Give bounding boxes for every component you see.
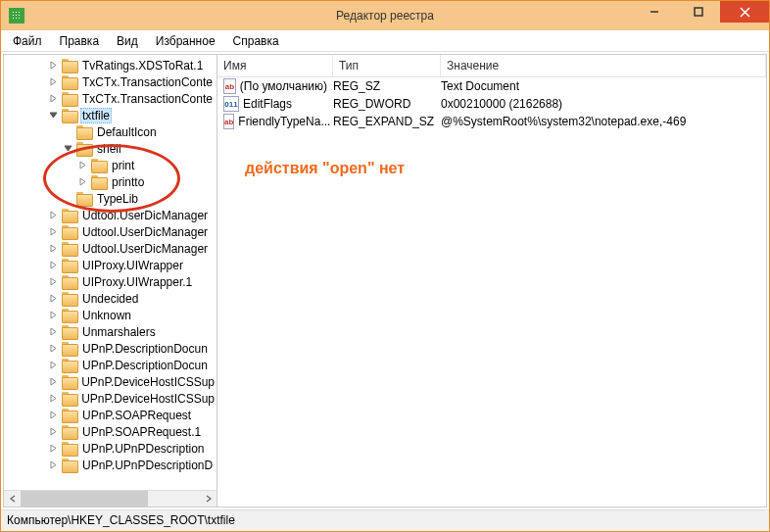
expand-icon[interactable]	[48, 376, 59, 387]
value-name: EditFlags	[243, 97, 292, 111]
tree-item[interactable]: printto	[4, 173, 217, 190]
tree-item[interactable]: UPnP.SOAPRequest	[4, 407, 217, 423]
tree-item[interactable]: UIProxy.UIWrapper	[4, 257, 217, 273]
maximize-button[interactable]	[676, 1, 720, 23]
col-header-value[interactable]: Значение	[441, 55, 766, 76]
expand-icon[interactable]	[77, 160, 88, 170]
expand-icon[interactable]	[48, 76, 59, 87]
values-list[interactable]: ab(По умолчанию)REG_SZText Document011Ed…	[217, 77, 766, 507]
tree-item[interactable]: txtfile	[4, 107, 217, 123]
expand-icon[interactable]	[48, 426, 59, 437]
folder-icon	[62, 425, 76, 438]
tree-item[interactable]: DefaultIcon	[4, 123, 217, 140]
collapse-icon[interactable]	[48, 110, 59, 121]
tree-item[interactable]: UIProxy.UIWrapper.1	[4, 273, 217, 290]
expand-icon[interactable]	[48, 360, 59, 370]
tree-item[interactable]: shell	[4, 140, 217, 157]
tree-hscrollbar[interactable]	[4, 490, 217, 507]
tree-item[interactable]: UPnP.DescriptionDocun	[4, 340, 217, 357]
expand-icon[interactable]	[77, 176, 88, 187]
tree-item[interactable]: UPnP.SOAPRequest.1	[4, 423, 217, 440]
tree-item-label: Udtool.UserDicManager	[80, 242, 210, 256]
value-name: (По умолчанию)	[240, 79, 327, 93]
expand-icon[interactable]	[48, 243, 59, 254]
value-data: 0x00210000 (2162688)	[441, 97, 766, 111]
expand-icon[interactable]	[48, 343, 59, 354]
tree-item[interactable]: UPnP.UPnPDescriptionD	[4, 457, 217, 473]
registry-editor-window: Редактор реестра Файл Правка Вид Избранн…	[0, 0, 770, 532]
menu-favorites[interactable]: Избранное	[148, 32, 223, 50]
value-type: REG_DWORD	[333, 97, 441, 111]
tree-item-label: printto	[110, 175, 146, 189]
value-row[interactable]: abFriendlyTypeNa...REG_EXPAND_SZ@%System…	[217, 113, 766, 130]
collapse-icon[interactable]	[63, 143, 73, 154]
folder-icon	[91, 159, 106, 171]
tree-item-label: Unknown	[80, 309, 133, 322]
tree-item-label: UIProxy.UIWrapper.1	[80, 275, 194, 289]
col-header-type[interactable]: Тип	[333, 55, 441, 76]
folder-icon	[76, 142, 91, 155]
value-row[interactable]: 011EditFlagsREG_DWORD0x00210000 (2162688…	[217, 95, 766, 113]
minimize-button[interactable]	[632, 1, 676, 23]
tree-item[interactable]: UPnP.UPnPDescription	[4, 440, 217, 457]
window-buttons	[632, 1, 769, 30]
expand-icon[interactable]	[48, 310, 59, 320]
tree-item[interactable]: TxCTx.TransactionConte	[4, 90, 217, 107]
svg-rect-1	[695, 8, 702, 16]
registry-tree[interactable]: TvRatings.XDSToRat.1TxCTx.TransactionCon…	[4, 55, 217, 490]
expand-icon[interactable]	[48, 60, 59, 71]
expand-icon[interactable]	[48, 210, 59, 220]
scroll-track[interactable]	[21, 491, 200, 508]
expand-icon[interactable]	[48, 443, 59, 454]
close-button[interactable]	[720, 1, 769, 23]
statusbar: Компьютер\HKEY_CLASSES_ROOT\txtfile	[1, 509, 769, 531]
scroll-right-button[interactable]	[200, 491, 217, 508]
expand-icon[interactable]	[48, 276, 59, 287]
value-row[interactable]: ab(По умолчанию)REG_SZText Document	[217, 77, 766, 95]
menu-help[interactable]: Справка	[225, 32, 287, 50]
tree-item[interactable]: UPnP.DeviceHostICSSup	[4, 373, 217, 390]
scroll-thumb[interactable]	[21, 491, 148, 508]
expand-icon[interactable]	[48, 393, 59, 404]
folder-icon	[62, 309, 76, 321]
menubar: Файл Правка Вид Избранное Справка	[1, 30, 769, 52]
tree-item[interactable]: UPnP.DescriptionDocun	[4, 357, 217, 373]
menu-view[interactable]: Вид	[109, 32, 146, 50]
tree-item-label: TvRatings.XDSToRat.1	[80, 59, 205, 73]
tree-item[interactable]: Udtool.UserDicManager	[4, 207, 217, 223]
expand-icon[interactable]	[48, 293, 59, 304]
tree-item[interactable]: Undecided	[4, 290, 217, 307]
expand-icon[interactable]	[48, 410, 59, 420]
scroll-left-button[interactable]	[4, 491, 21, 508]
expand-icon	[63, 126, 73, 137]
tree-pane: TvRatings.XDSToRat.1TxCTx.TransactionCon…	[4, 55, 217, 507]
tree-item[interactable]: TvRatings.XDSToRat.1	[4, 57, 217, 73]
value-type: REG_EXPAND_SZ	[333, 115, 441, 128]
folder-icon	[62, 225, 76, 238]
expand-icon[interactable]	[48, 326, 59, 337]
folder-icon	[91, 175, 106, 188]
tree-item[interactable]: TypeLib	[4, 190, 217, 207]
expand-icon[interactable]	[48, 226, 59, 237]
expand-icon	[63, 193, 73, 204]
tree-item-label: UPnP.DescriptionDocun	[80, 359, 210, 372]
tree-item[interactable]: TxCTx.TransactionConte	[4, 73, 217, 90]
col-header-name[interactable]: Имя	[217, 55, 333, 76]
folder-icon	[62, 209, 76, 221]
expand-icon[interactable]	[48, 93, 59, 104]
tree-item[interactable]: Unknown	[4, 307, 217, 323]
tree-item[interactable]: UPnP.DeviceHostICSSup	[4, 390, 217, 407]
expand-icon[interactable]	[48, 260, 59, 270]
tree-item[interactable]: Unmarshalers	[4, 323, 217, 340]
titlebar[interactable]: Редактор реестра	[1, 1, 769, 30]
menu-file[interactable]: Файл	[5, 32, 50, 50]
tree-item-label: txtfile	[80, 108, 112, 123]
menu-edit[interactable]: Правка	[52, 32, 108, 50]
expand-icon[interactable]	[48, 459, 59, 470]
tree-item[interactable]: print	[4, 157, 217, 173]
tree-item[interactable]: Udtool.UserDicManager	[4, 240, 217, 257]
tree-item-label: UPnP.DeviceHostICSSup	[79, 392, 217, 406]
values-pane: Имя Тип Значение ab(По умолчанию)REG_SZT…	[217, 55, 766, 507]
tree-item[interactable]: Udtool.UserDicManager	[4, 223, 217, 240]
tree-item-label: UPnP.UPnPDescription	[80, 442, 207, 456]
